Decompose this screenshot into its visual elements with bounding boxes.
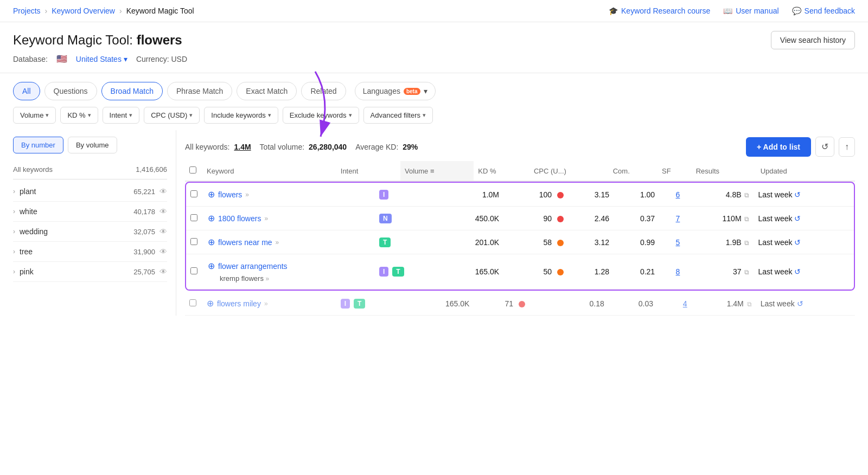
keyword-link[interactable]: flowers near me — [218, 238, 272, 247]
keyword-cell: ⊕ flowers » — [203, 183, 375, 207]
plus-circle-icon[interactable]: ⊕ — [208, 213, 215, 223]
chevron-down-icon: ▾ — [268, 112, 271, 119]
kd-cell: 90 — [503, 207, 568, 230]
cpc-cell: 3.15 — [568, 183, 614, 207]
cpc-filter[interactable]: CPC (USD) ▾ — [144, 107, 200, 124]
advanced-filters[interactable]: Advanced filters ▾ — [363, 107, 433, 124]
content-area: By number By volume All keywords 1,416,6… — [0, 130, 868, 316]
keyword-link[interactable]: flowers miley — [217, 299, 261, 308]
exclude-keywords-filter[interactable]: Exclude keywords ▾ — [283, 107, 359, 124]
tab-all[interactable]: All — [13, 82, 40, 100]
kd-dot-red — [557, 216, 564, 222]
page-title-keyword: flowers — [137, 33, 182, 47]
keyword-research-course-link[interactable]: 🎓 Keyword Research course — [609, 7, 710, 15]
results-cell: 1.4M ⧉ — [692, 292, 756, 316]
tab-related[interactable]: Related — [301, 82, 346, 100]
col-com: Com. — [609, 161, 658, 181]
keyword-link[interactable]: flowers — [218, 190, 242, 199]
user-manual-label: User manual — [736, 7, 778, 15]
select-all-checkbox[interactable] — [189, 166, 196, 174]
tab-questions[interactable]: Questions — [44, 82, 97, 100]
intent-cell: N — [375, 207, 440, 230]
eye-icon[interactable]: 👁 — [159, 187, 167, 196]
sidebar-item-label: tree — [20, 247, 133, 256]
sidebar-item-count: 25,705 — [133, 268, 155, 276]
intent-filter[interactable]: Intent ▾ — [103, 107, 140, 124]
view-history-button[interactable]: View search history — [771, 31, 855, 49]
tab-phrase-match[interactable]: Phrase Match — [167, 82, 232, 100]
database-country-link[interactable]: United States ▾ — [76, 55, 127, 63]
arrow-expand-icon[interactable]: » — [245, 191, 249, 198]
refresh-icon[interactable]: ↺ — [794, 214, 801, 223]
updated-cell: Last week ↺ — [754, 230, 854, 254]
table-row-flowers-miley: ⊕ flowers miley » I T 165.0K 71 0.18 — [185, 292, 855, 316]
total-volume-value: 26,280,040 — [309, 143, 347, 151]
volume-cell: 1.0M — [440, 183, 503, 207]
top-nav: Projects › Keyword Overview › Keyword Ma… — [0, 0, 868, 22]
row-checkbox[interactable] — [185, 292, 202, 316]
eye-icon[interactable]: 👁 — [159, 207, 167, 216]
arrow-expand-icon[interactable]: » — [276, 239, 279, 246]
table-row-1800flowers: ⊕ 1800 flowers » N 450.0 — [186, 207, 854, 230]
main-table-area: All keywords: 1.4M Total volume: 26,280,… — [176, 130, 855, 316]
sidebar-item-wedding[interactable]: › wedding 32,075 👁 — [13, 222, 167, 242]
row-checkbox[interactable] — [186, 183, 203, 207]
eye-icon[interactable]: 👁 — [159, 227, 167, 236]
tab-languages[interactable]: Languages beta ▾ — [355, 82, 436, 100]
breadcrumb-keyword-overview[interactable]: Keyword Overview — [52, 7, 115, 15]
add-to-list-button[interactable]: + Add to list — [746, 137, 811, 157]
refresh-button[interactable]: ↺ — [815, 137, 834, 157]
refresh-icon[interactable]: ↺ — [794, 238, 801, 247]
arrow-expand-icon[interactable]: » — [264, 215, 268, 222]
intent-badge-i: I — [341, 299, 350, 309]
tab-exact-match[interactable]: Exact Match — [237, 82, 297, 100]
country-name: United States — [76, 55, 122, 63]
updated-cell: Last week ↺ — [756, 292, 855, 316]
row-checkbox[interactable] — [186, 207, 203, 230]
chevron-down-icon: ▾ — [423, 112, 426, 119]
col-results: Results — [692, 161, 756, 181]
row-checkbox[interactable] — [186, 230, 203, 254]
refresh-icon[interactable]: ↺ — [797, 299, 803, 308]
eye-icon[interactable]: 👁 — [159, 247, 167, 256]
plus-circle-icon[interactable]: ⊕ — [208, 189, 215, 200]
include-keywords-filter[interactable]: Include keywords ▾ — [204, 107, 278, 124]
plus-circle-icon[interactable]: ⊕ — [208, 261, 215, 271]
refresh-icon[interactable]: ↺ — [794, 267, 801, 276]
keyword-link[interactable]: flower arrangements — [218, 262, 288, 271]
keyword-link[interactable]: 1800 flowers — [218, 214, 261, 223]
arrow-expand-icon[interactable]: » — [264, 300, 268, 307]
plus-circle-icon[interactable]: ⊕ — [208, 237, 215, 247]
tab-broad-match[interactable]: Broad Match — [101, 82, 163, 100]
plus-circle-icon[interactable]: ⊕ — [207, 298, 214, 309]
intent-label: Intent — [110, 111, 127, 119]
sidebar-item-tree[interactable]: › tree 31,900 👁 — [13, 242, 167, 262]
kd-cell: 100 — [503, 183, 568, 207]
send-feedback-link[interactable]: 💬 Send feedback — [792, 7, 855, 15]
kd-filter[interactable]: KD % ▾ — [60, 107, 98, 124]
col-volume[interactable]: Volume ≡ — [400, 161, 474, 181]
sidebar-item-pink[interactable]: › pink 25,705 👁 — [13, 262, 167, 282]
eye-icon[interactable]: 👁 — [159, 267, 167, 276]
table-actions: + Add to list ↺ ↑ — [746, 137, 855, 157]
arrow-expand-icon[interactable]: » — [266, 275, 270, 283]
kd-dot-orange — [557, 240, 564, 246]
by-number-btn[interactable]: By number — [13, 137, 63, 153]
sidebar-item-plant[interactable]: › plant 65,221 👁 — [13, 182, 167, 202]
graduation-icon: 🎓 — [609, 7, 618, 15]
kd-cell: 58 — [503, 230, 568, 254]
volume-cell: 450.0K — [440, 207, 503, 230]
results-cell: 110M ⧉ — [684, 207, 754, 230]
sidebar-item-white[interactable]: › white 40,178 👁 — [13, 202, 167, 222]
by-volume-btn[interactable]: By volume — [68, 137, 117, 153]
intent-badge-t: T — [354, 299, 365, 309]
export-button[interactable]: ↑ — [839, 137, 855, 157]
expand-icon: › — [13, 228, 15, 235]
languages-label: Languages — [363, 87, 400, 95]
breadcrumb-projects[interactable]: Projects — [13, 7, 41, 15]
row-checkbox[interactable] — [186, 254, 203, 290]
volume-filter[interactable]: Volume ▾ — [13, 107, 56, 124]
refresh-icon[interactable]: ↺ — [794, 190, 801, 199]
breadcrumb-sep1: › — [45, 7, 48, 15]
user-manual-link[interactable]: 📖 User manual — [723, 7, 778, 15]
